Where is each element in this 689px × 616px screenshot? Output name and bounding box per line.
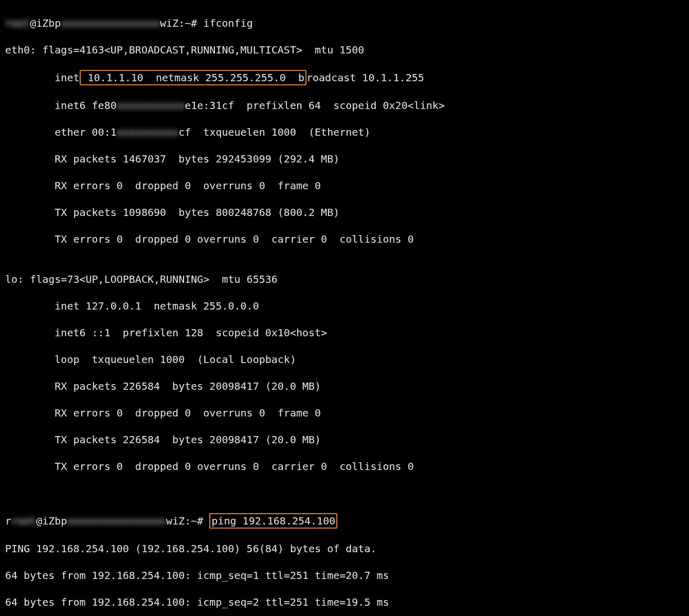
blurred-host: xxxxxxxxxxxxxxxx bbox=[61, 17, 160, 29]
eth0-rx-errors: RX errors 0 dropped 0 overruns 0 frame 0 bbox=[5, 179, 674, 192]
lo-tx-errors: TX errors 0 dropped 0 overruns 0 carrier… bbox=[5, 460, 674, 473]
lo-loop: loop txqueuelen 1000 (Local Loopback) bbox=[5, 353, 674, 366]
eth0-inet6-line: inet6 fe80xxxxxxxxxxxe1e:31cf prefixlen … bbox=[5, 99, 674, 112]
inet-suffix: roadcast 10.1.1.255 bbox=[306, 71, 424, 84]
prompt-line-2: rroot@iZbpxxxxxxxxxxxxxxxxwiZ:~# ping 19… bbox=[5, 513, 674, 529]
blurred-ether: xxxxxxxxxx bbox=[117, 126, 178, 138]
ping1-reply: 64 bytes from 192.168.254.100: icmp_seq=… bbox=[5, 595, 674, 609]
prompt2-prefix: r bbox=[5, 515, 11, 527]
prompt-line-1: root@iZbpxxxxxxxxxxxxxxxxwiZ:~# ifconfig bbox=[5, 16, 674, 30]
blurred-user: root bbox=[5, 17, 30, 29]
inet6-suffix: e1e:31cf prefixlen 64 scopeid 0x20<link> bbox=[185, 99, 445, 112]
lo-rx-errors: RX errors 0 dropped 0 overruns 0 frame 0 bbox=[5, 406, 674, 420]
highlight-box-ping1: ping 192.168.254.100 bbox=[209, 513, 337, 529]
lo-tx-packets: TX packets 226584 bytes 20098417 (20.0 M… bbox=[5, 433, 674, 446]
cmd-ifconfig: ifconfig bbox=[203, 17, 252, 29]
eth0-tx-errors: TX errors 0 dropped 0 overruns 0 carrier… bbox=[5, 232, 674, 246]
eth0-inet-line: inet 10.1.1.10 netmask 255.255.255.0 bro… bbox=[5, 70, 674, 85]
terminal[interactable]: root@iZbpxxxxxxxxxxxxxxxxwiZ:~# ifconfig… bbox=[0, 0, 679, 616]
eth0-header: eth0: flags=4163<UP,BROADCAST,RUNNING,MU… bbox=[5, 43, 674, 57]
prompt2-host-c: wiZ:~# bbox=[166, 515, 209, 527]
lo-header: lo: flags=73<UP,LOOPBACK,RUNNING> mtu 65… bbox=[5, 273, 674, 286]
lo-rx-packets: RX packets 226584 bytes 20098417 (20.0 M… bbox=[5, 379, 674, 393]
prompt-host-c: wiZ:~# bbox=[160, 17, 203, 29]
blurred-inet6: xxxxxxxxxxx bbox=[117, 99, 185, 112]
blurred-host2: xxxxxxxxxxxxxxxx bbox=[67, 515, 166, 527]
prompt-host-a: @iZbp bbox=[30, 17, 61, 29]
lo-inet6: inet6 ::1 prefixlen 128 scopeid 0x10<hos… bbox=[5, 326, 674, 339]
ether-prefix: ether 00:1 bbox=[5, 126, 117, 138]
lo-inet: inet 127.0.0.1 netmask 255.0.0.0 bbox=[5, 299, 674, 313]
prompt2-host-a: @iZbp bbox=[36, 515, 67, 527]
eth0-tx-packets: TX packets 1098690 bytes 800248768 (800.… bbox=[5, 206, 674, 219]
highlight-box-inet: 10.1.1.10 netmask 255.255.255.0 b bbox=[80, 70, 306, 85]
ether-suffix: cf txqueuelen 1000 (Ethernet) bbox=[178, 126, 370, 138]
blank2 bbox=[5, 486, 674, 500]
ping1-header: PING 192.168.254.100 (192.168.254.100) 5… bbox=[5, 542, 674, 555]
ping1-reply: 64 bytes from 192.168.254.100: icmp_seq=… bbox=[5, 569, 674, 582]
eth0-rx-packets: RX packets 1467037 bytes 292453099 (292.… bbox=[5, 152, 674, 166]
eth0-ether-line: ether 00:1xxxxxxxxxxcf txqueuelen 1000 (… bbox=[5, 125, 674, 139]
inet6-prefix: inet6 fe80 bbox=[5, 99, 117, 112]
blurred-user2: root bbox=[11, 515, 36, 527]
inet-prefix: inet bbox=[5, 71, 80, 84]
